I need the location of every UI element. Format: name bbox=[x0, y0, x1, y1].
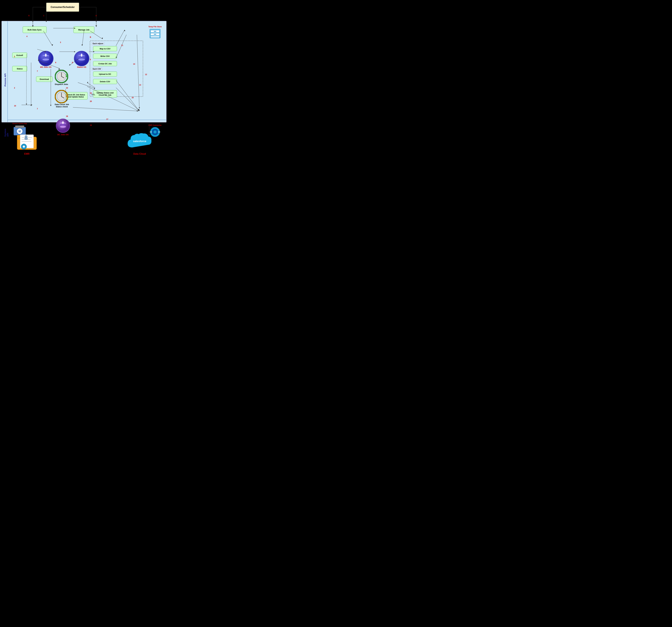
etl-label: ETL bbox=[92, 93, 95, 96]
bottom-section: EMR salesforce Data Cloud bbox=[1, 124, 167, 157]
svg-rect-20 bbox=[45, 55, 46, 56]
svg-marker-85 bbox=[137, 111, 138, 112]
svg-marker-77 bbox=[87, 82, 88, 83]
create-dc-job-label: Cretae DC Job bbox=[98, 63, 112, 65]
manage-job-box: Manage Job bbox=[73, 26, 94, 33]
svg-marker-93 bbox=[31, 104, 32, 106]
consumer-scheduler-label: Consumer/Scheduler bbox=[51, 6, 75, 8]
svg-line-54 bbox=[82, 31, 84, 46]
num-18: 18 bbox=[66, 115, 68, 117]
num-15: 15 bbox=[90, 92, 92, 94]
svg-text:salesforce: salesforce bbox=[133, 140, 146, 143]
svg-marker-89 bbox=[102, 38, 103, 39]
svg-point-106 bbox=[25, 135, 27, 138]
salesforce-area: salesforce Data Cloud bbox=[125, 133, 154, 155]
data-cloud-job-status-label: Data Cloud JobStatus check bbox=[52, 103, 71, 108]
left-border bbox=[7, 21, 8, 122]
each-csv-label: Each CSV bbox=[92, 68, 102, 70]
status-label: Status bbox=[17, 68, 23, 70]
ms-jobs-os-icon bbox=[38, 50, 54, 67]
each-ndjson-label: Each ndjson bbox=[92, 42, 104, 45]
svg-marker-73 bbox=[138, 109, 139, 111]
num-a: A bbox=[95, 15, 97, 17]
status-os-icon bbox=[73, 50, 90, 67]
manage-job-label: Manage Job bbox=[78, 29, 89, 31]
num-4: 4 bbox=[26, 36, 27, 38]
delete-csv-box: Delete CSV bbox=[93, 79, 117, 84]
dispatch-jobs-label: Dispatch Jobs bbox=[53, 83, 70, 85]
kickoff-label: Kickoff bbox=[17, 54, 23, 56]
svg-point-107 bbox=[25, 138, 28, 140]
num-17: 17 bbox=[106, 118, 108, 120]
process-api-label: Process API bbox=[4, 73, 6, 87]
num-3: 3 bbox=[60, 41, 61, 43]
api-divider bbox=[7, 120, 166, 120]
bulk-data-sync-box: Bulk Data Sync bbox=[23, 26, 47, 33]
write-csv-label: Write CSV bbox=[100, 55, 110, 57]
data-cloud-job-status-icon bbox=[55, 90, 68, 103]
delete-csv-label: Delete CSV bbox=[100, 80, 110, 83]
main-diagram-area: Process API System API Bulk Data Sync Ma… bbox=[1, 21, 167, 122]
svg-marker-97 bbox=[50, 105, 51, 106]
svg-point-18 bbox=[43, 59, 49, 61]
num-13: 13 bbox=[139, 84, 141, 86]
svg-point-24 bbox=[78, 59, 85, 61]
download-box: Download bbox=[36, 76, 52, 82]
upload-to-dc-box: Upload to DC bbox=[93, 71, 117, 76]
num-10-mid: 10 bbox=[66, 87, 68, 89]
create-dc-job-box: Cretae DC Job bbox=[93, 61, 117, 66]
num-11: 11 bbox=[121, 44, 123, 46]
svg-rect-12 bbox=[150, 36, 160, 38]
num-7-mid: 7 bbox=[37, 70, 38, 72]
status-os-label: Status OS bbox=[75, 66, 88, 68]
svg-marker-53 bbox=[52, 44, 53, 46]
num-8: 8 bbox=[72, 62, 73, 64]
svg-line-84 bbox=[73, 107, 138, 111]
data-cloud-label: Data Cloud bbox=[125, 153, 154, 155]
map-to-csv-box: Map to CSV bbox=[93, 46, 117, 51]
emr-label: EMR bbox=[14, 153, 40, 155]
svg-rect-26 bbox=[81, 55, 82, 56]
temp-file-store-label: Temp File Store bbox=[146, 26, 164, 28]
bulk-data-sync-label: Bulk Data Sync bbox=[28, 29, 42, 31]
svg-marker-61 bbox=[69, 64, 71, 66]
svg-marker-55 bbox=[81, 44, 83, 46]
num-9: 9 bbox=[90, 59, 91, 61]
num-19: 19 bbox=[90, 124, 92, 126]
map-to-csv-label: Map to CSV bbox=[100, 48, 111, 50]
check-dc-job-label: Check DC Job Statusand Update Status bbox=[67, 94, 85, 98]
dispatch-jobs-icon bbox=[55, 70, 68, 83]
num-2-top: 2 bbox=[14, 55, 15, 57]
svg-marker-95 bbox=[26, 103, 27, 105]
svg-marker-79 bbox=[138, 110, 140, 111]
num-7-bot: 7 bbox=[37, 108, 38, 110]
svg-rect-13 bbox=[154, 31, 156, 32]
num-20: 20 bbox=[90, 100, 92, 102]
svg-rect-14 bbox=[154, 34, 156, 34]
update-status-box: Update Status andClose DC Job bbox=[93, 90, 117, 98]
emr-area: EMR bbox=[14, 131, 40, 155]
temp-file-store-area: Temp File Store bbox=[146, 26, 164, 39]
etl-box: Each ndjson Map to CSV Write CSV Cretae … bbox=[90, 41, 143, 97]
num-10-left: 10 bbox=[14, 105, 16, 107]
num-s: S bbox=[28, 15, 29, 17]
num-1: 1 bbox=[43, 15, 44, 17]
ms-jobs-os-label: MS Jobs OS bbox=[40, 66, 52, 68]
upload-to-dc-label: Upload to DC bbox=[99, 73, 111, 75]
status-box: Status bbox=[12, 66, 27, 71]
svg-marker-67 bbox=[58, 69, 60, 70]
svg-marker-81 bbox=[138, 110, 139, 111]
num-14: 14 bbox=[133, 63, 135, 65]
num-B: B bbox=[90, 36, 91, 38]
svg-marker-69 bbox=[124, 30, 125, 31]
num-12: 12 bbox=[145, 73, 147, 75]
svg-rect-110 bbox=[23, 145, 24, 148]
num-2-bot: 2 bbox=[14, 87, 15, 89]
svg-line-52 bbox=[43, 31, 52, 46]
svg-marker-99 bbox=[30, 105, 32, 106]
update-status-label: Update Status andClose DC Job bbox=[97, 92, 114, 96]
num-6: 6 bbox=[55, 62, 56, 64]
svg-rect-42 bbox=[62, 122, 64, 124]
consumer-scheduler-box: Consumer/Scheduler bbox=[46, 3, 79, 11]
write-csv-box: Write CSV bbox=[93, 53, 117, 59]
